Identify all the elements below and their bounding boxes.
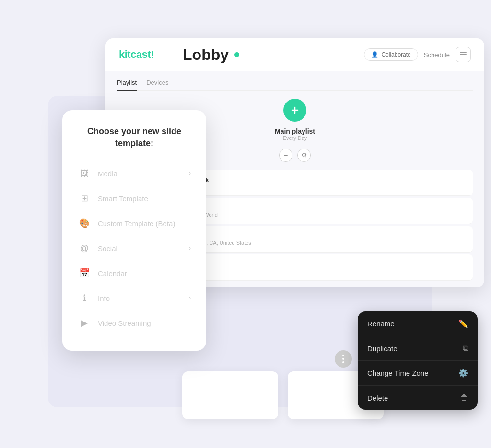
slide-title: Quote	[173, 261, 467, 268]
kitcast-logo: kitcast!	[119, 48, 154, 61]
slide-info-weather: Weather San Francisco, CA, United States	[173, 233, 467, 246]
context-timezone-label: Change Time Zone	[367, 369, 429, 377]
user-icon: 👤	[371, 51, 378, 58]
lobby-title: Lobby	[183, 47, 229, 62]
menu-label-social: Social	[98, 244, 182, 253]
lobby-online-dot	[234, 52, 239, 57]
context-item-change-timezone[interactable]: Change Time Zone ⚙️	[358, 361, 478, 386]
schedule-label: Schedule	[424, 51, 450, 58]
menu-label-video-streaming: Video Streaming	[98, 319, 191, 327]
collaborate-label: Collaborate	[381, 51, 410, 58]
plus-icon	[290, 105, 300, 115]
context-item-delete[interactable]: Delete 🗑	[358, 386, 478, 410]
smart-template-icon: ⊞	[78, 192, 91, 205]
menu-line-1	[460, 52, 467, 53]
playlist-tabs: Playlist Devices	[117, 79, 473, 91]
modal-title: Choose your new slide template:	[74, 126, 195, 149]
lobby-section: Lobby	[154, 47, 364, 62]
menu-label-calendar: Calendar	[98, 269, 191, 277]
menu-item-media[interactable]: 🖼 Media ›	[74, 161, 195, 186]
menu-item-smart-template[interactable]: ⊞ Smart Template	[74, 186, 195, 211]
pencil-icon: ✏️	[458, 319, 468, 328]
info-icon: ℹ	[78, 291, 91, 305]
slide-info-quote: Quote Success	[173, 261, 467, 274]
remove-button[interactable]: −	[279, 149, 292, 162]
bottom-card-1	[182, 371, 278, 419]
slide-subtitle: Success	[173, 268, 467, 274]
menu-label-info: Info	[98, 294, 182, 302]
three-dots-button[interactable]	[335, 350, 352, 368]
dot-3	[342, 361, 344, 363]
menu-item-video-streaming[interactable]: ▶ Video Streaming	[74, 310, 195, 335]
slide-title: Weather	[173, 233, 467, 240]
context-item-duplicate[interactable]: Duplicate ⧉	[358, 336, 478, 361]
trash-icon: 🗑	[460, 393, 468, 402]
dot-2	[342, 358, 344, 360]
app-header: kitcast! Lobby 👤 Collaborate Schedule	[105, 38, 484, 71]
menu-line-2	[460, 54, 467, 55]
header-actions: 👤 Collaborate Schedule	[364, 47, 471, 62]
arrow-icon-social: ›	[189, 245, 191, 252]
context-delete-label: Delete	[367, 394, 388, 402]
palette-icon: 🎨	[78, 217, 91, 230]
menu-line-3	[460, 57, 467, 57]
tab-playlist-label: Playlist	[117, 79, 137, 86]
slide-subtitle: Boston	[173, 184, 467, 189]
lobby-title-row: Lobby	[183, 47, 239, 62]
menu-label-media: Media	[98, 170, 182, 178]
logo-text: kitcast!	[119, 48, 154, 60]
slide-subtitle: Latest, Tech, World	[173, 212, 467, 218]
bottom-cards	[182, 371, 384, 419]
calendar-icon: 📅	[78, 266, 91, 280]
tab-playlist[interactable]: Playlist	[117, 79, 137, 91]
arrow-icon-info: ›	[189, 295, 191, 301]
context-item-rename[interactable]: Rename ✏️	[358, 311, 478, 336]
collaborate-button[interactable]: 👤 Collaborate	[364, 48, 418, 61]
settings-button[interactable]: ⚙	[297, 149, 311, 162]
menu-item-info[interactable]: ℹ Info ›	[74, 286, 195, 310]
template-modal: Choose your new slide template: 🖼 Media …	[62, 110, 206, 351]
slide-info-news: News Feed Latest, Tech, World	[173, 205, 467, 218]
dot-1	[342, 355, 344, 356]
menu-label-smart-template: Smart Template	[98, 195, 191, 203]
slide-title: World Clock	[173, 176, 467, 184]
slide-title: News Feed	[173, 205, 467, 212]
context-rename-label: Rename	[367, 320, 395, 328]
slide-subtitle: San Francisco, CA, United States	[173, 240, 467, 246]
menu-item-custom-template[interactable]: 🎨 Custom Template (Beta)	[74, 211, 195, 236]
gear-icon: ⚙️	[458, 368, 468, 378]
schedule-button[interactable]: Schedule	[424, 51, 450, 58]
menu-label-custom-template: Custom Template (Beta)	[98, 219, 191, 228]
slide-info-clock: World Clock Boston	[173, 176, 467, 189]
social-icon: @	[78, 241, 91, 255]
hamburger-menu-button[interactable]	[456, 47, 471, 62]
tab-devices[interactable]: Devices	[146, 79, 168, 91]
arrow-icon-media: ›	[189, 170, 191, 177]
tab-devices-label: Devices	[146, 79, 168, 86]
context-duplicate-label: Duplicate	[367, 345, 397, 353]
context-menu: Rename ✏️ Duplicate ⧉ Change Time Zone ⚙…	[358, 311, 478, 410]
image-icon: 🖼	[78, 167, 91, 180]
add-playlist-button[interactable]	[283, 99, 306, 122]
duplicate-icon: ⧉	[463, 344, 468, 353]
video-icon: ▶	[78, 316, 91, 330]
menu-item-social[interactable]: @ Social ›	[74, 236, 195, 261]
menu-item-calendar[interactable]: 📅 Calendar	[74, 261, 195, 286]
